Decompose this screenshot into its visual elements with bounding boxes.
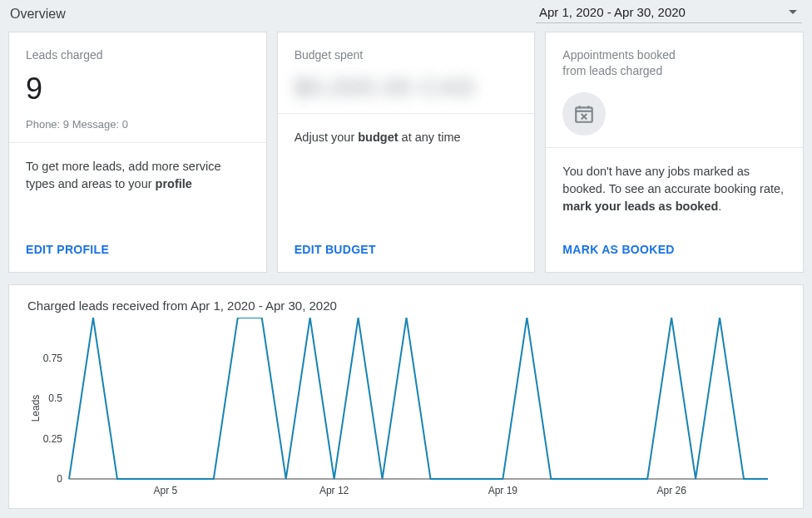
header: Overview Apr 1, 2020 - Apr 30, 2020 [0, 0, 812, 32]
budget-label: Budget spent [295, 47, 518, 63]
chart-ylabel: Leads [30, 394, 42, 422]
svg-text:Apr 12: Apr 12 [319, 485, 349, 496]
appts-tip-suffix: . [718, 200, 721, 213]
budget-tip-suffix: at any time [399, 131, 461, 144]
svg-text:0.75: 0.75 [43, 352, 63, 363]
appts-tip: You don't have any jobs marked as booked… [546, 148, 803, 230]
leads-label: Leads charged [26, 47, 250, 63]
svg-rect-0 [577, 107, 593, 121]
chart-card: Charged leads received from Apr 1, 2020 … [8, 284, 804, 509]
chart-area: Leads 00.250.50.75Apr 5Apr 12Apr 19Apr 2… [27, 318, 785, 499]
page-title: Overview [10, 7, 66, 22]
svg-text:0: 0 [57, 473, 62, 485]
card-appointments: Appointments booked from leads charged Y… [545, 32, 804, 273]
card-leads-charged: Leads charged 9 Phone: 9 Message: 0 To g… [8, 32, 267, 273]
chart-title: Charged leads received from Apr 1, 2020 … [27, 298, 785, 313]
edit-budget-button[interactable]: Edit Budget [295, 243, 376, 256]
appts-tip-bold: mark your leads as booked [562, 200, 718, 213]
svg-text:0.25: 0.25 [43, 432, 63, 444]
svg-text:Apr 19: Apr 19 [488, 485, 518, 496]
svg-text:Apr 5: Apr 5 [154, 485, 178, 496]
leads-value: 9 [26, 72, 250, 106]
leads-tip-bold: profile [156, 177, 192, 190]
appts-label-2: from leads charged [562, 63, 786, 79]
svg-text:Apr 26: Apr 26 [656, 485, 686, 496]
budget-tip-bold: budget [358, 131, 398, 144]
budget-tip: Adjust your budget at any time [278, 114, 535, 230]
card-budget-spent: Budget spent $0,000.00 CAD Adjust your b… [277, 32, 536, 273]
calendar-x-icon [562, 92, 606, 136]
date-range-picker[interactable]: Apr 1, 2020 - Apr 30, 2020 [536, 5, 802, 23]
leads-tip: To get more leads, add more service type… [9, 143, 266, 230]
leads-breakdown: Phone: 9 Message: 0 [26, 118, 250, 131]
leads-line-chart: 00.250.50.75Apr 5Apr 12Apr 19Apr 26 [27, 318, 776, 499]
caret-down-icon [789, 10, 797, 14]
date-range-text: Apr 1, 2020 - Apr 30, 2020 [539, 5, 686, 19]
mark-as-booked-button[interactable]: Mark as Booked [562, 243, 674, 256]
edit-profile-button[interactable]: Edit Profile [26, 243, 109, 256]
svg-text:0.5: 0.5 [48, 392, 62, 404]
summary-cards: Leads charged 9 Phone: 9 Message: 0 To g… [0, 32, 812, 273]
budget-hidden-value: $0,000.00 CAD [295, 73, 518, 101]
appts-label-1: Appointments booked [562, 47, 786, 63]
appts-tip-prefix: You don't have any jobs marked as booked… [562, 165, 784, 195]
budget-tip-prefix: Adjust your [295, 131, 359, 144]
